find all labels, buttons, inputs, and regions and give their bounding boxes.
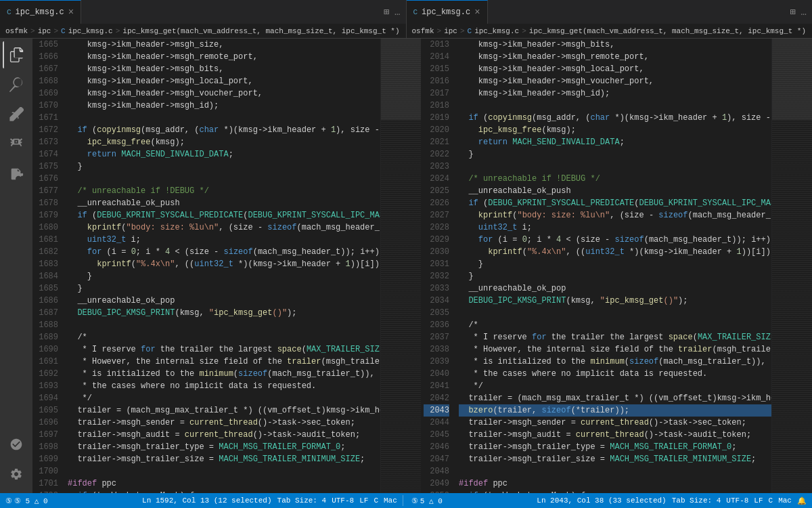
code-line: * the cases where no implicit data is re… (459, 368, 771, 380)
bc-osfmk-right[interactable]: osfmk (412, 27, 434, 35)
editor-content-left: 1665166616671668166916701671167216731674… (32, 39, 380, 493)
status-git-left[interactable]: ⑤ ⑤ 5 △ 0 (5, 496, 48, 505)
code-line: * is initialized to the minimum(sizeof(m… (459, 356, 771, 368)
code-line: if (trcWork.traceMask) { (68, 490, 380, 493)
sidebar-icon-debug[interactable] (3, 131, 30, 158)
breadcrumb-right: osfmk > ipc > C ipc_kmsg.c > ipc_kmsg_ge… (407, 24, 813, 38)
code-line: * the cases where no implicit data is re… (68, 380, 380, 392)
minimap-viewport-left[interactable] (381, 39, 421, 120)
status-os-left[interactable]: Mac (384, 496, 397, 505)
code-line: trailer->msgh_trailer_type = MACH_MSG_TR… (68, 441, 380, 453)
status-ln-col-left[interactable]: Ln 1592, Col 13 (12 selected) (142, 496, 271, 505)
status-tab-right[interactable]: Tab Size: 4 (672, 496, 721, 505)
status-left-right: ⑤ 5 △ 0 (406, 496, 448, 505)
status-tab-left[interactable]: Tab Size: 4 (277, 496, 327, 505)
code-line: kprintf("body: size: %lu\n", (size - siz… (459, 209, 771, 221)
more-actions-icon[interactable]: … (394, 7, 400, 18)
code-line: /* unreachable if !DEBUG */ (459, 173, 771, 185)
status-enc-right[interactable]: UTF-8 (726, 496, 748, 505)
more-actions-icon-right[interactable]: … (801, 7, 807, 18)
code-line: kmsg->ikm_header->msgh_remote_port, (459, 51, 771, 63)
status-git-count-left: ⑤ 5 △ 0 (14, 496, 48, 505)
editor-pane-right: 2013201420152016201720182019202020212022… (424, 39, 812, 493)
code-line: ipc_kmsg_free(kmsg); (459, 124, 771, 136)
code-line: trailer->msgh_sender = current_thread()-… (459, 417, 771, 429)
code-line: * I reserve for the trailer the largest … (68, 343, 380, 356)
code-line: trailer->msgh_trailer_type = MACH_MSG_TR… (459, 441, 771, 453)
split-editor-icon-right[interactable]: ⊞ (790, 6, 795, 18)
code-line: } (68, 270, 380, 282)
status-lang-right[interactable]: C (769, 496, 773, 505)
tab-right[interactable]: C ipc_kmsg.c × (407, 0, 488, 24)
bc-fn-right[interactable]: ipc_kmsg_get(mach_vm_address_t, mach_msg… (529, 27, 806, 35)
sidebar-icon-search[interactable] (3, 71, 30, 98)
sidebar-icon-git[interactable] (3, 101, 30, 128)
minimap-viewport-right[interactable] (772, 39, 812, 120)
status-git-right[interactable]: ⑤ 5 △ 0 (411, 496, 443, 505)
code-line: } (459, 270, 771, 282)
status-lang-left[interactable]: C (374, 496, 378, 505)
status-notif-right[interactable]: 🔔 (797, 496, 807, 505)
code-line: bzero(trailer, sizeof(*trailer)); (459, 404, 771, 417)
status-enc-left[interactable]: UTF-8 (332, 496, 354, 505)
code-line: for (i = 0; i * 4 < (size - sizeof(mach_… (459, 234, 771, 246)
code-area-left[interactable]: kmsg->ikm_header->msgh_size, kmsg->ikm_h… (65, 39, 380, 493)
status-os-right[interactable]: Mac (778, 496, 792, 505)
code-line (459, 100, 771, 112)
tab-actions-right: ⊞ … (790, 6, 812, 18)
sidebar-icon-explorer[interactable] (3, 41, 30, 68)
code-line: kmsg->ikm_header->msgh_id); (68, 100, 380, 112)
sidebar-icon-settings[interactable] (3, 461, 30, 488)
activity-bar (0, 39, 32, 493)
tab-right-close[interactable]: × (474, 7, 480, 17)
breadcrumb-bar: osfmk > ipc > C ipc_kmsg.c > ipc_kmsg_ge… (0, 24, 812, 39)
code-line: DEBUG_IPC_KMSG_PRINT(kmsg, "ipc_kmsg_get… (68, 307, 380, 319)
code-line: } (459, 258, 771, 270)
code-line: __unreachable_ok_push (68, 197, 380, 209)
code-line (68, 319, 380, 331)
code-line: * I reserve for the trailer the largest … (459, 331, 771, 343)
code-line: kmsg->ikm_header->msgh_size, (68, 39, 380, 51)
code-line: */ (68, 392, 380, 404)
code-line: kmsg->ikm_header->msgh_id); (459, 87, 771, 100)
code-line: kprintf("body: size: %lu\n", (size - siz… (68, 221, 380, 234)
line-numbers-right: 2013201420152016201720182019202020212022… (424, 39, 456, 493)
code-line: kprintf("%.4x\n", ((uint32_t *)(kmsg->ik… (68, 258, 380, 270)
bc-osfmk-left[interactable]: osfmk (5, 27, 28, 35)
code-line (68, 465, 380, 478)
code-line: trailer->msgh_trailer_size = MACH_MSG_TR… (459, 453, 771, 465)
code-line: __unreachable_ok_push (459, 185, 771, 197)
code-line: if (copyinmsg(msg_addr, (char *)(kmsg->i… (68, 124, 380, 136)
code-line: kmsg->ikm_header->msgh_local_port, (459, 63, 771, 75)
tab-left[interactable]: C ipc_kmsg.c × (0, 0, 81, 24)
status-eol-left[interactable]: LF (359, 496, 368, 505)
sidebar-icon-remote[interactable] (3, 431, 30, 458)
status-bar: ⑤ ⑤ 5 △ 0 Ln 1592, Col 13 (12 selected) … (0, 493, 812, 508)
bc-file-right[interactable]: ipc_kmsg.c (474, 27, 519, 35)
bc-file-left[interactable]: ipc_kmsg.c (68, 27, 113, 35)
sidebar-icon-extensions[interactable] (3, 161, 30, 188)
code-line: */ (459, 380, 771, 392)
git-icon-right: ⑤ (411, 496, 418, 505)
code-area-right[interactable]: kmsg->ikm_header->msgh_bits, kmsg->ikm_h… (456, 39, 771, 493)
code-line: return MACH_SEND_INVALID_DATA; (459, 136, 771, 148)
code-line: /* unreachable if !DEBUG */ (68, 185, 380, 197)
status-ln-col-right[interactable]: Ln 2043, Col 38 (33 selected) (537, 496, 666, 505)
code-line: kmsg->ikm_header->msgh_local_port, (68, 75, 380, 87)
tab-bar: C ipc_kmsg.c × ⊞ … C ipc_kmsg.c × ⊞ … (0, 0, 812, 24)
code-line: ipc_kmsg_free(kmsg); (68, 136, 380, 148)
tab-left-filename: ipc_kmsg.c (16, 7, 64, 17)
bc-fn-left[interactable]: ipc_kmsg_get(mach_vm_address_t, mach_msg… (122, 27, 399, 35)
split-editor-icon[interactable]: ⊞ (384, 6, 389, 18)
code-line (68, 173, 380, 185)
bc-ipc-left[interactable]: ipc (38, 27, 51, 35)
code-line (459, 307, 771, 319)
status-eol-right[interactable]: LF (754, 496, 763, 505)
code-line: #ifdef ppc (459, 478, 771, 490)
tab-left-close[interactable]: × (68, 7, 74, 17)
code-line: for (i = 0; i * 4 < (size - sizeof(mach_… (68, 246, 380, 258)
code-line: kmsg->ikm_header->msgh_remote_port, (68, 51, 380, 63)
bc-ipc-right[interactable]: ipc (444, 27, 457, 35)
c-file-icon: C (7, 8, 12, 16)
status-left: ⑤ ⑤ 5 △ 0 (0, 496, 53, 505)
